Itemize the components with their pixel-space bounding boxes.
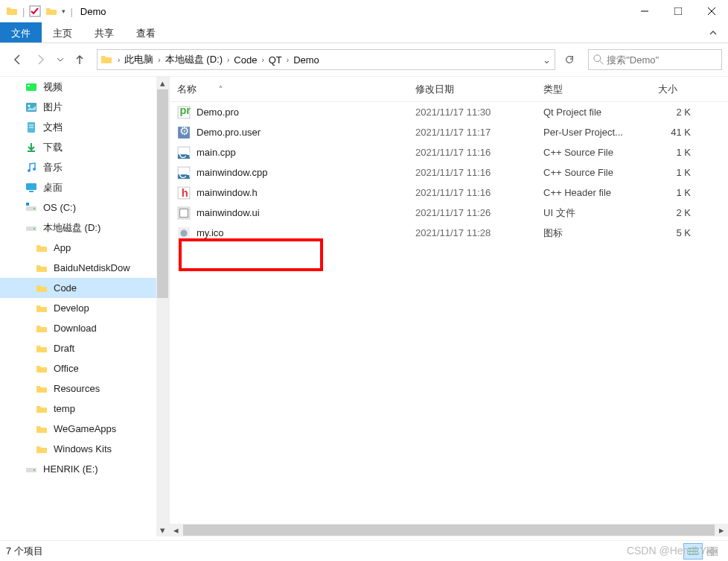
sidebar-item-temp[interactable]: temp: [0, 399, 169, 419]
sidebar-item-baidunetdiskdow[interactable]: BaiduNetdiskDow: [0, 258, 169, 278]
file-name: mainwindow.cpp: [197, 167, 415, 178]
file-date: 2021/11/17 11:30: [415, 107, 543, 118]
chevron-right-icon[interactable]: ›: [115, 56, 122, 64]
scroll-right-icon[interactable]: ▸: [715, 524, 728, 536]
watermark-text: CSDN @HenrikYao: [627, 545, 718, 557]
svg-point-10: [28, 104, 31, 107]
file-row[interactable]: C++mainwindow.cpp2021/11/17 11:16C++ Sou…: [170, 162, 728, 183]
tab-share[interactable]: 共享: [83, 22, 125, 42]
sidebar-item-label: HENRIK (E:): [43, 463, 98, 475]
chevron-right-icon[interactable]: ›: [284, 56, 291, 64]
svg-rect-17: [26, 183, 36, 190]
sidebar-scrollbar[interactable]: ▴ ▾: [156, 77, 169, 536]
quick-access-toolbar: | ▾ |: [6, 5, 73, 17]
minimize-button[interactable]: [628, 0, 661, 22]
file-type: C++ Header file: [543, 187, 658, 198]
sidebar-item-develop[interactable]: Develop: [0, 298, 169, 318]
file-row[interactable]: ⚙Demo.pro.user2021/11/17 11:17Per-User P…: [170, 122, 728, 142]
search-input[interactable]: [607, 54, 717, 66]
column-size[interactable]: 大小: [658, 83, 703, 96]
crumb-drive-d[interactable]: 本地磁盘 (D:): [163, 53, 225, 66]
file-row[interactable]: proDemo.pro2021/11/17 11:30Qt Project fi…: [170, 102, 728, 122]
scroll-down-icon[interactable]: ▾: [156, 524, 169, 536]
back-button[interactable]: [6, 48, 28, 71]
forward-button[interactable]: [30, 48, 52, 71]
chevron-right-icon[interactable]: ›: [259, 56, 266, 64]
svg-text:h: h: [182, 186, 188, 198]
file-date: 2021/11/17 11:26: [415, 207, 543, 218]
up-button[interactable]: [68, 48, 91, 71]
svg-rect-7: [26, 83, 36, 91]
new-folder-icon[interactable]: [45, 5, 57, 17]
sidebar-item--[interactable]: 音乐: [0, 157, 169, 177]
search-icon: [593, 54, 604, 66]
file-row[interactable]: my.ico2021/11/17 11:28图标5 K: [170, 223, 728, 243]
tab-file[interactable]: 文件: [0, 22, 42, 42]
file-name: mainwindow.h: [197, 187, 415, 198]
column-date[interactable]: 修改日期: [415, 83, 543, 96]
crumb-qt[interactable]: QT: [266, 54, 284, 66]
sidebar-item-app[interactable]: App: [0, 238, 169, 258]
chevron-down-icon[interactable]: ⌄: [538, 54, 555, 66]
sidebar-item--[interactable]: 图片: [0, 97, 169, 117]
file-row[interactable]: C++main.cpp2021/11/17 11:16C++ Source Fi…: [170, 142, 728, 162]
sidebar-item--d-[interactable]: 本地磁盘 (D:): [0, 218, 169, 238]
scroll-thumb[interactable]: [183, 524, 715, 536]
statusbar: 7 个项目: [0, 540, 728, 561]
svg-text:pro: pro: [179, 106, 191, 116]
search-box[interactable]: [588, 49, 722, 70]
sidebar-item-draft[interactable]: Draft: [0, 338, 169, 358]
ribbon-collapse-icon[interactable]: [698, 22, 728, 42]
sidebar-item-wegameapps[interactable]: WeGameApps: [0, 419, 169, 439]
sidebar-item-download[interactable]: Download: [0, 318, 169, 338]
maximize-button[interactable]: [661, 0, 695, 22]
file-size: 1 K: [658, 187, 691, 198]
tab-home[interactable]: 主页: [42, 22, 83, 42]
sidebar-item-label: temp: [54, 403, 75, 414]
sidebar-item-office[interactable]: Office: [0, 358, 169, 378]
sidebar-item-windows-kits[interactable]: Windows Kits: [0, 439, 169, 459]
column-name[interactable]: 名称˄: [177, 83, 415, 96]
chevron-right-icon[interactable]: ›: [225, 56, 232, 64]
scroll-thumb[interactable]: [157, 89, 168, 298]
sidebar-item-code[interactable]: Code: [0, 278, 169, 298]
chevron-right-icon[interactable]: ›: [156, 56, 162, 64]
checkbox-icon[interactable]: [29, 5, 41, 17]
crumb-demo[interactable]: Demo: [291, 54, 322, 66]
close-button[interactable]: [695, 0, 728, 22]
file-name: my.ico: [197, 227, 415, 238]
sidebar-item-label: Download: [54, 323, 97, 334]
sidebar: 视频图片文档下载音乐桌面OS (C:)本地磁盘 (D:)AppBaiduNetd…: [0, 77, 170, 536]
scroll-left-icon[interactable]: ◂: [170, 524, 182, 536]
file-date: 2021/11/17 11:16: [415, 167, 543, 178]
breadcrumb[interactable]: › 此电脑 › 本地磁盘 (D:) › Code › QT › Demo ⌄: [97, 49, 555, 70]
sidebar-item-henrik-e-[interactable]: HENRIK (E:): [0, 459, 169, 479]
sidebar-item-os-c-[interactable]: OS (C:): [0, 197, 169, 218]
sidebar-item--[interactable]: 下载: [0, 137, 169, 157]
sidebar-item-resources[interactable]: Resources: [0, 378, 169, 399]
horizontal-scrollbar[interactable]: ◂ ▸: [170, 524, 728, 536]
column-header: 名称˄ 修改日期 类型 大小: [170, 77, 728, 102]
window-controls: [628, 0, 728, 22]
sidebar-item-label: 音乐: [43, 161, 63, 174]
sidebar-item--[interactable]: 视频: [0, 77, 169, 97]
sidebar-item-label: Draft: [54, 343, 74, 354]
scroll-up-icon[interactable]: ▴: [156, 77, 169, 89]
sidebar-item--[interactable]: 桌面: [0, 177, 169, 197]
file-row[interactable]: hmainwindow.h2021/11/17 11:16C++ Header …: [170, 183, 728, 203]
file-row[interactable]: mainwindow.ui2021/11/17 11:26UI 文件2 K: [170, 203, 728, 223]
crumb-code[interactable]: Code: [232, 54, 259, 66]
qat-separator: |: [22, 6, 25, 17]
sidebar-item-label: App: [54, 242, 71, 253]
svg-point-16: [33, 168, 36, 171]
file-size: 1 K: [658, 167, 691, 178]
qat-dropdown-icon[interactable]: ▾: [62, 7, 66, 15]
history-dropdown-icon[interactable]: [54, 48, 67, 71]
tab-view[interactable]: 查看: [125, 22, 167, 42]
column-type[interactable]: 类型: [543, 83, 658, 96]
file-type: Per-User Project...: [543, 127, 658, 138]
file-size: 41 K: [658, 127, 691, 138]
refresh-button[interactable]: [558, 49, 581, 70]
sidebar-item--[interactable]: 文档: [0, 117, 169, 137]
crumb-this-pc[interactable]: 此电脑: [122, 53, 156, 66]
